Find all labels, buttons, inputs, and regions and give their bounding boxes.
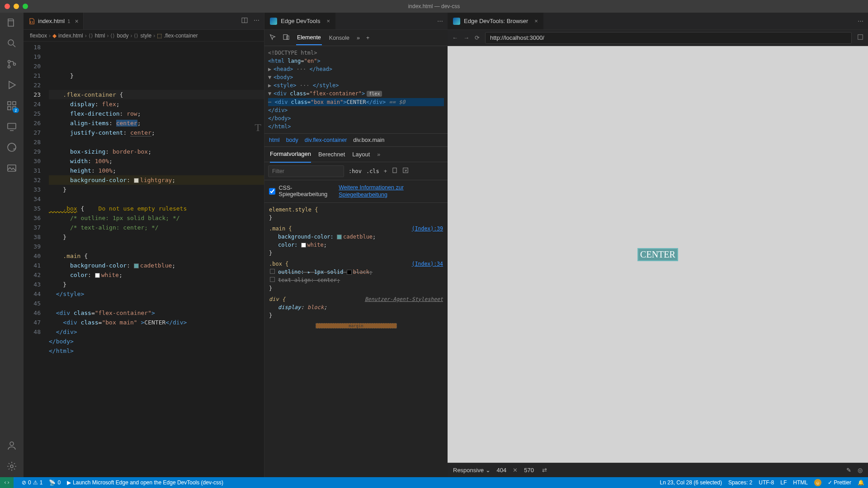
notifications-icon[interactable]: 🔔 xyxy=(858,479,864,486)
activity-bar: 2 xyxy=(0,13,24,477)
settings-icon[interactable] xyxy=(5,460,18,473)
code-area[interactable]: } .flex-container { display: flex; flex-… xyxy=(49,42,264,477)
prettier-status[interactable]: ✓ Prettier xyxy=(828,479,851,486)
minimize-window[interactable] xyxy=(14,4,19,9)
mirror-checkbox[interactable] xyxy=(269,188,275,195)
decl-color-val[interactable]: white xyxy=(307,242,324,248)
forward-icon[interactable]: → xyxy=(463,34,469,41)
crumb-html[interactable]: html xyxy=(95,33,105,39)
mirror-link[interactable]: Weitere Informationen zur Spiegelbearbei… xyxy=(339,184,443,199)
device-icon[interactable] xyxy=(392,167,398,175)
more-actions-icon[interactable]: ⋯ xyxy=(437,18,443,24)
dom-tree[interactable]: <!DOCTYPE html> <html lang="en"> ▶<head>… xyxy=(264,46,448,133)
more-actions-icon[interactable]: ⋯ xyxy=(858,18,863,24)
maximize-window[interactable] xyxy=(23,4,28,9)
edge-tools-icon[interactable] xyxy=(5,141,18,154)
layout-tab[interactable]: Layout xyxy=(352,146,370,163)
cls-toggle[interactable]: .cls xyxy=(366,168,379,174)
chevron-right-icon[interactable]: » xyxy=(377,151,380,158)
rotate-icon[interactable]: ⇄ xyxy=(542,467,547,474)
rule-source-link[interactable]: (Index):39 xyxy=(412,225,443,233)
chevron-right-icon[interactable]: » xyxy=(357,35,360,41)
computed-tab[interactable]: Berechnet xyxy=(318,146,345,163)
crumb-html[interactable]: html xyxy=(269,137,280,143)
crumb-flex[interactable]: div.flex-container xyxy=(305,137,347,143)
close-window[interactable] xyxy=(5,4,10,9)
close-icon[interactable]: × xyxy=(534,18,538,24)
device-toggle-icon[interactable] xyxy=(283,33,290,42)
crumb-style[interactable]: style xyxy=(140,33,151,39)
decl-bg[interactable]: background-color: xyxy=(278,234,334,240)
editor-body[interactable]: 1819202122232425262728293031323334353637… xyxy=(24,42,264,477)
target-icon[interactable]: ◎ xyxy=(858,467,863,474)
tab-close-icon[interactable]: × xyxy=(75,18,78,25)
decl-checkbox[interactable] xyxy=(270,277,275,282)
breadcrumb[interactable]: flexbox › ◆index.html › ⟨⟩ html › ⟨⟩ bod… xyxy=(24,30,264,42)
main-rule[interactable]: .main { xyxy=(269,225,292,232)
elements-tab[interactable]: Elemente xyxy=(296,31,322,45)
flex-badge[interactable]: flex xyxy=(367,91,382,97)
rule-source-link[interactable]: (Index):34 xyxy=(412,260,443,268)
wand-icon[interactable]: ✎ xyxy=(846,467,851,474)
account-icon[interactable] xyxy=(5,439,18,452)
explorer-icon[interactable] xyxy=(5,16,18,29)
viewport-height[interactable]: 570 xyxy=(524,467,534,474)
decl-outline-val[interactable]: black xyxy=(353,269,369,275)
expand-icon[interactable] xyxy=(857,34,863,42)
reload-icon[interactable]: ⟳ xyxy=(475,34,480,41)
ports[interactable]: 📡0 xyxy=(49,479,61,486)
hov-toggle[interactable]: :hov xyxy=(349,168,362,174)
decl-outline[interactable]: outline: ▸ 1px solid xyxy=(278,269,344,275)
viewport-width[interactable]: 404 xyxy=(497,467,507,474)
add-rule-icon[interactable]: + xyxy=(384,168,387,174)
filter-input[interactable] xyxy=(268,165,344,177)
decl-color[interactable]: color: xyxy=(278,242,297,248)
url-input[interactable]: http://localhost:3000/ xyxy=(485,32,852,44)
cursor-position[interactable]: Ln 23, Col 28 (6 selected) xyxy=(660,479,722,486)
extensions-icon[interactable]: 2 xyxy=(5,99,18,112)
errors-warnings[interactable]: ⊘0 ⚠1 xyxy=(22,479,42,486)
decl-ta[interactable]: text-align: center; xyxy=(278,277,340,283)
decl-checkbox[interactable] xyxy=(270,269,275,274)
browser-tabbar: Edge DevTools: Browser × ⋯ xyxy=(448,13,868,30)
source-control-icon[interactable] xyxy=(5,58,18,70)
crumb-box[interactable]: div.box.main xyxy=(353,137,384,143)
element-style-rule[interactable]: element.style { xyxy=(269,206,318,213)
copilot-icon[interactable]: ☺ xyxy=(814,479,821,486)
crumb-folder[interactable]: flexbox xyxy=(30,33,47,39)
inspect-icon[interactable] xyxy=(269,33,276,42)
styles-pane[interactable]: element.style { } (Index):39 .main { bac… xyxy=(264,203,448,478)
decl-bg-val[interactable]: cadetblue xyxy=(343,234,373,240)
dom-breadcrumb[interactable]: html body div.flex-container div.box.mai… xyxy=(264,133,448,147)
close-icon[interactable]: × xyxy=(326,18,330,24)
port-count: 0 xyxy=(57,479,61,486)
lang-status[interactable]: HTML xyxy=(793,479,808,486)
image-icon[interactable] xyxy=(5,162,18,174)
split-editor-icon[interactable] xyxy=(241,17,248,25)
editor-tab-index[interactable]: index.html 1 × xyxy=(24,13,84,29)
browser-viewport[interactable]: CENTER xyxy=(448,46,868,463)
more-actions-icon[interactable]: ⋯ xyxy=(254,17,259,25)
indent-status[interactable]: Spaces: 2 xyxy=(728,479,752,486)
styles-tab[interactable]: Formatvorlagen xyxy=(270,146,311,163)
remote-explorer-icon[interactable] xyxy=(5,120,18,133)
crumb-file[interactable]: index.html xyxy=(58,33,83,39)
styles-tabs: Formatvorlagen Berechnet Layout » xyxy=(264,147,448,162)
launch-button[interactable]: ▶ Launch Microsoft Edge and open the Edg… xyxy=(67,479,223,486)
back-icon[interactable]: ← xyxy=(452,34,458,41)
expand-icon[interactable] xyxy=(402,167,409,175)
browser-tab[interactable]: Edge DevTools: Browser × xyxy=(448,13,543,29)
console-tab[interactable]: Konsole xyxy=(328,31,350,45)
devtools-tab[interactable]: Edge DevTools × xyxy=(264,13,335,29)
crumb-selector[interactable]: .flex-container xyxy=(164,33,198,39)
eol-status[interactable]: LF xyxy=(780,479,787,486)
add-tab-icon[interactable]: + xyxy=(366,35,369,41)
crumb-body[interactable]: body xyxy=(286,137,298,143)
remote-indicator[interactable] xyxy=(0,477,14,488)
crumb-body[interactable]: body xyxy=(117,33,128,39)
search-icon[interactable] xyxy=(5,37,18,50)
responsive-mode[interactable]: Responsive ⌄ xyxy=(453,467,491,474)
box-rule[interactable]: .box { xyxy=(269,261,288,267)
encoding-status[interactable]: UTF-8 xyxy=(759,479,774,486)
run-debug-icon[interactable] xyxy=(5,79,18,91)
